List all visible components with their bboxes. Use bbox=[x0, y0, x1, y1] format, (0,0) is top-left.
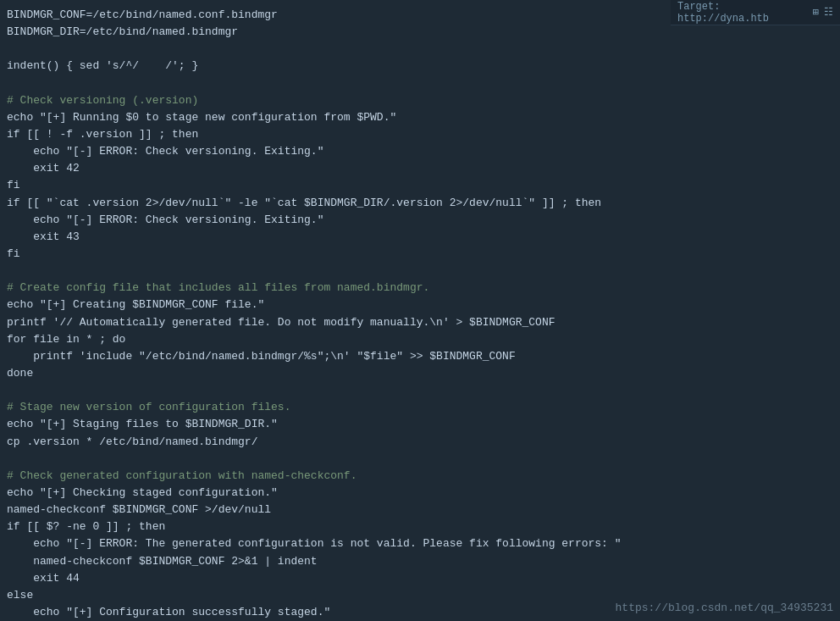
code-line: BINDMGR_CONF=/etc/bind/named.conf.bindmg… bbox=[7, 8, 278, 21]
code-container: BINDMGR_CONF=/etc/bind/named.conf.bindmg… bbox=[0, 0, 840, 621]
code-line: printf 'include "/etc/bind/named.bindmgr… bbox=[7, 350, 516, 363]
code-line: # Check generated configuration with nam… bbox=[7, 469, 356, 482]
top-bar: Target: http://dyna.htb ⊞ ☷ bbox=[671, 0, 840, 25]
code-line: echo "[+] Checking staged configuration.… bbox=[7, 486, 278, 499]
code-line: BINDMGR_DIR=/etc/bind/named.bindmgr bbox=[7, 25, 238, 38]
menu-icon[interactable]: ☷ bbox=[824, 6, 833, 19]
code-line: # Stage new version of configuration fil… bbox=[7, 401, 290, 413]
code-line: for file in * ; do bbox=[7, 333, 125, 346]
code-line: cp .version * /etc/bind/named.bindmgr/ bbox=[7, 435, 257, 448]
code-line: if [[ $? -ne 0 ]] ; then bbox=[7, 520, 165, 533]
code-line: echo "[+] Configuration successfully sta… bbox=[7, 606, 330, 618]
code-line: echo "[+] Staging files to $BINDMGR_DIR.… bbox=[7, 418, 278, 430]
grid-icon[interactable]: ⊞ bbox=[813, 6, 819, 19]
watermark: https://blog.csdn.net/qq_34935231 bbox=[616, 602, 833, 614]
code-line: if [[ ! -f .version ]] ; then bbox=[7, 128, 198, 141]
code-line: echo "[-] ERROR: The generated configura… bbox=[7, 537, 622, 550]
target-label: Target: http://dyna.htb bbox=[677, 1, 813, 25]
code-line: if [[ "`cat .version 2>/dev/null`" -le "… bbox=[7, 197, 601, 209]
code-line: fi bbox=[7, 179, 20, 191]
toolbar-icons: ⊞ ☷ bbox=[813, 6, 833, 19]
code-line: exit 42 bbox=[7, 162, 80, 175]
code-line: exit 43 bbox=[7, 230, 80, 243]
code-line: echo "[-] ERROR: Check versioning. Exiti… bbox=[7, 145, 323, 158]
code-line: # Create config file that includes all f… bbox=[7, 281, 429, 294]
code-line: echo "[-] ERROR: Check versioning. Exiti… bbox=[7, 213, 323, 226]
code-line: echo "[+] Running $0 to stage new config… bbox=[7, 111, 396, 124]
code-line: named-checkconf $BINDMGR_CONF >/dev/null bbox=[7, 503, 271, 516]
code-line: # Check versioning (.version) bbox=[7, 94, 198, 107]
code-block: BINDMGR_CONF=/etc/bind/named.conf.bindmg… bbox=[7, 7, 840, 621]
code-line: exit 44 bbox=[7, 572, 80, 585]
code-line: fi bbox=[7, 247, 20, 260]
code-line: named-checkconf $BINDMGR_CONF 2>&1 | ind… bbox=[7, 555, 318, 568]
code-line: printf '// Automatically generated file.… bbox=[7, 316, 555, 329]
code-line: echo "[+] Creating $BINDMGR_CONF file." bbox=[7, 298, 264, 311]
code-line: indent() { sed 's/^/ /'; } bbox=[7, 59, 198, 72]
code-line: else bbox=[7, 589, 33, 602]
code-line: done bbox=[7, 367, 33, 380]
